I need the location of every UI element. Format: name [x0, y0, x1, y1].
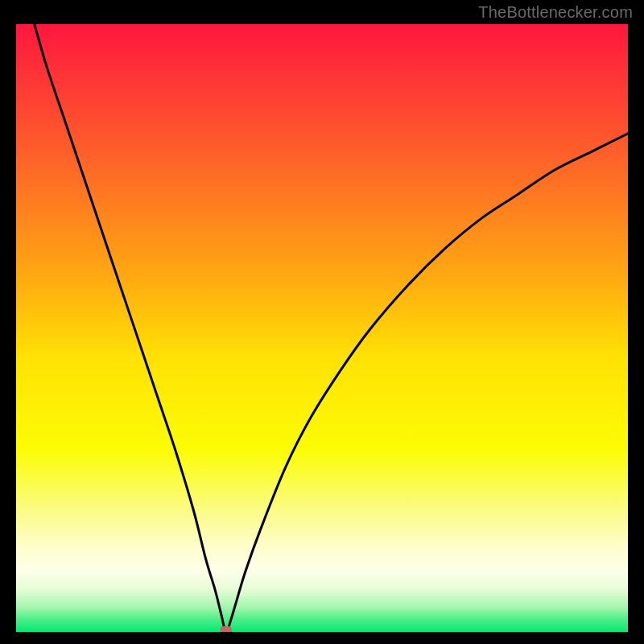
gradient-background — [16, 24, 628, 632]
bottleneck-chart — [16, 24, 628, 632]
minimum-marker — [221, 626, 232, 632]
watermark-text: TheBottlenecker.com — [478, 3, 633, 22]
plot-area — [16, 24, 628, 632]
chart-stage: TheBottlenecker.com — [0, 0, 644, 644]
